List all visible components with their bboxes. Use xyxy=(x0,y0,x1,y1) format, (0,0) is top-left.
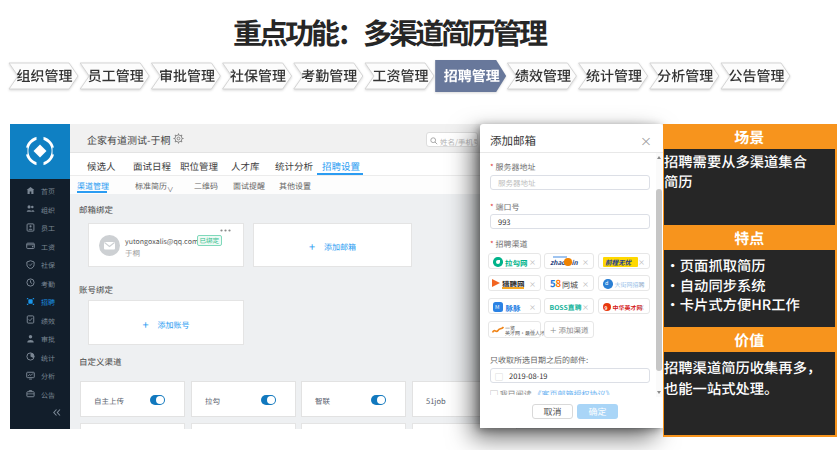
svg-text:招聘管理: 招聘管理 xyxy=(444,65,500,85)
svg-text:公告管理: 公告管理 xyxy=(729,65,785,85)
svg-text:工资管理: 工资管理 xyxy=(373,65,429,85)
svg-text:组织管理: 组织管理 xyxy=(17,65,73,85)
svg-text:审批管理: 审批管理 xyxy=(159,65,215,85)
svg-text:员工管理: 员工管理 xyxy=(88,65,144,85)
svg-text:分析管理: 分析管理 xyxy=(657,65,713,85)
svg-text:考勤管理: 考勤管理 xyxy=(301,65,357,85)
svg-text:社保管理: 社保管理 xyxy=(230,65,286,85)
svg-text:绩效管理: 绩效管理 xyxy=(515,65,571,85)
svg-text:统计管理: 统计管理 xyxy=(586,65,642,85)
